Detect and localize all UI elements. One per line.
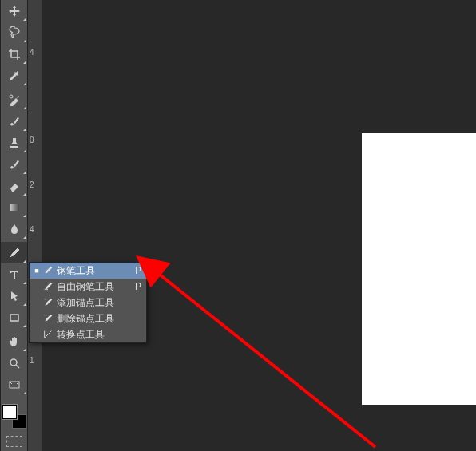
history-brush-tool[interactable] bbox=[1, 153, 27, 175]
blur-tool[interactable] bbox=[1, 218, 27, 239]
flyout-item-label: 自由钢笔工具 bbox=[55, 280, 132, 294]
svg-point-0 bbox=[10, 95, 13, 98]
flyout-freeform-pen-tool[interactable]: 自由钢笔工具 P bbox=[30, 279, 146, 295]
foreground-color-swatch[interactable] bbox=[2, 405, 17, 419]
move-tool[interactable] bbox=[1, 0, 27, 22]
flyout-item-label: 添加锚点工具 bbox=[55, 296, 132, 310]
flyout-item-label: 钢笔工具 bbox=[55, 264, 132, 278]
flyout-item-shortcut: P bbox=[132, 265, 141, 276]
flyout-pen-tool[interactable]: ■ 钢笔工具 P bbox=[30, 263, 146, 279]
delete-anchor-icon bbox=[41, 313, 55, 324]
ruler-tick: 4 bbox=[30, 48, 34, 57]
type-tool[interactable] bbox=[1, 263, 27, 285]
ruler-tick: 2 bbox=[30, 180, 34, 189]
ruler-tick: 0 bbox=[30, 136, 34, 144]
gradient-tool[interactable] bbox=[1, 196, 27, 218]
ruler-tick: 1 bbox=[30, 356, 34, 365]
color-swatches[interactable] bbox=[2, 405, 26, 429]
canvas-area[interactable] bbox=[42, 0, 476, 451]
flyout-item-label: 转换点工具 bbox=[55, 328, 132, 342]
freeform-pen-icon bbox=[41, 281, 55, 292]
view-tool[interactable] bbox=[1, 374, 27, 395]
document-canvas[interactable] bbox=[362, 133, 476, 405]
flyout-delete-anchor-tool[interactable]: 删除锚点工具 bbox=[30, 311, 146, 326]
brush-tool[interactable] bbox=[1, 110, 27, 132]
active-dot-icon: ■ bbox=[33, 267, 41, 275]
flyout-convert-point-tool[interactable]: 转换点工具 bbox=[30, 326, 146, 342]
svg-point-3 bbox=[10, 359, 17, 366]
flyout-item-label: 删除锚点工具 bbox=[55, 312, 132, 326]
vertical-ruler: 4 0 2 4 1 bbox=[28, 0, 42, 451]
svg-rect-1 bbox=[10, 204, 19, 211]
healing-brush-tool[interactable] bbox=[1, 89, 27, 110]
eraser-tool[interactable] bbox=[1, 175, 27, 196]
shape-tool[interactable] bbox=[1, 307, 27, 328]
svg-rect-2 bbox=[10, 315, 18, 321]
pen-tool-flyout: ■ 钢笔工具 P 自由钢笔工具 P 添加锚点工具 删除锚点工具 转换点工具 bbox=[29, 262, 147, 343]
crop-tool[interactable] bbox=[1, 43, 27, 65]
flyout-item-shortcut: P bbox=[132, 281, 141, 292]
add-anchor-icon bbox=[41, 297, 55, 308]
pen-icon bbox=[41, 265, 55, 276]
flyout-add-anchor-tool[interactable]: 添加锚点工具 bbox=[30, 295, 146, 311]
ruler-tick: 4 bbox=[30, 225, 34, 234]
eyedropper-tool[interactable] bbox=[1, 65, 27, 86]
convert-point-icon bbox=[41, 329, 55, 340]
hand-tool[interactable] bbox=[1, 330, 27, 352]
tools-panel bbox=[0, 0, 28, 451]
zoom-tool[interactable] bbox=[1, 352, 27, 374]
stamp-tool[interactable] bbox=[1, 132, 27, 153]
lasso-tool[interactable] bbox=[1, 22, 27, 43]
path-selection-tool[interactable] bbox=[1, 285, 27, 307]
quick-mask-toggle[interactable] bbox=[6, 436, 22, 447]
pen-tool[interactable] bbox=[1, 242, 27, 263]
